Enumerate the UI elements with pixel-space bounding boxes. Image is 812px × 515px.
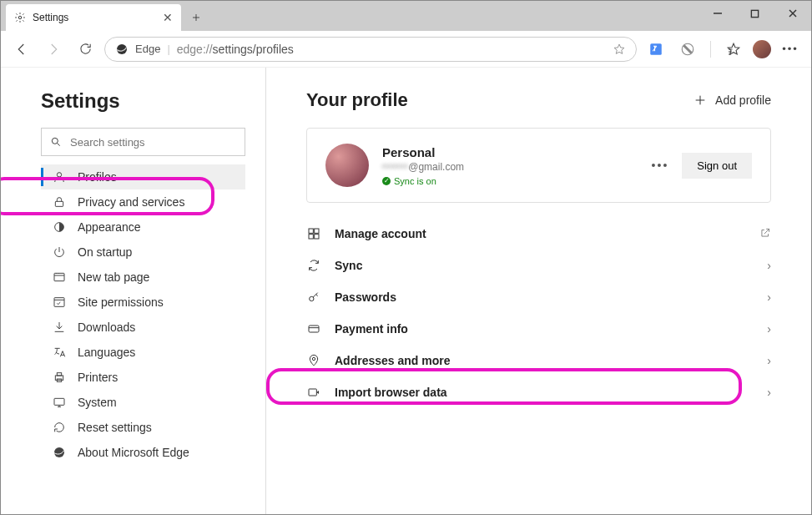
translate-extension-icon[interactable] xyxy=(643,37,668,62)
close-window-button[interactable] xyxy=(774,1,811,26)
import-icon xyxy=(306,386,321,399)
download-icon xyxy=(53,321,66,334)
profile-card: Personal ••••••@gmail.com ✓Sync is on ••… xyxy=(306,128,771,203)
new-tab-button[interactable] xyxy=(184,6,208,29)
item-import-browser-data[interactable]: Import browser data › xyxy=(306,376,771,408)
svg-rect-21 xyxy=(309,326,319,332)
appearance-icon xyxy=(53,220,66,234)
svg-point-6 xyxy=(57,173,61,177)
plus-icon xyxy=(191,13,201,23)
add-profile-button[interactable]: Add profile xyxy=(693,93,771,107)
favorites-button[interactable] xyxy=(721,37,746,62)
item-manage-account[interactable]: Manage account xyxy=(306,218,771,250)
extension-icon[interactable] xyxy=(675,37,700,62)
permissions-icon xyxy=(53,295,66,309)
address-bar[interactable]: Edge | edge://settings/profiles xyxy=(104,37,637,62)
maximize-button[interactable] xyxy=(736,1,774,26)
chevron-right-icon: › xyxy=(767,290,771,304)
nav-languages[interactable]: Languages xyxy=(41,340,245,365)
nav-newtab[interactable]: New tab page xyxy=(41,265,245,290)
svg-rect-17 xyxy=(315,229,319,233)
window-controls xyxy=(699,1,811,26)
chevron-right-icon: › xyxy=(767,259,771,272)
svg-rect-11 xyxy=(55,376,63,380)
edge-icon xyxy=(115,43,129,56)
svg-rect-19 xyxy=(315,235,319,239)
profile-avatar xyxy=(325,144,369,187)
nav-reset[interactable]: Reset settings xyxy=(41,415,245,440)
item-addresses[interactable]: Addresses and more › xyxy=(306,345,771,376)
edge-icon xyxy=(53,446,66,459)
profile-avatar-button[interactable] xyxy=(753,40,771,58)
profile-more-button[interactable]: ••• xyxy=(652,159,669,172)
profile-email: ••••••@gmail.com xyxy=(382,161,638,173)
grid-icon xyxy=(306,227,321,240)
item-passwords[interactable]: Passwords › xyxy=(306,281,771,313)
url-text: edge://settings/profiles xyxy=(177,43,606,56)
svg-point-22 xyxy=(312,357,315,360)
gear-icon xyxy=(14,12,26,23)
svg-rect-12 xyxy=(57,373,61,376)
title-bar: Settings ✕ xyxy=(1,1,811,31)
svg-rect-9 xyxy=(54,273,64,280)
svg-rect-16 xyxy=(309,229,313,233)
svg-rect-7 xyxy=(55,201,63,206)
nav-system[interactable]: System xyxy=(41,390,245,415)
settings-nav: Profiles Privacy and services Appearance… xyxy=(41,164,245,465)
printer-icon xyxy=(53,371,66,384)
svg-rect-14 xyxy=(54,398,64,405)
nav-downloads[interactable]: Downloads xyxy=(41,315,245,340)
chevron-right-icon: › xyxy=(767,354,771,367)
nav-startup[interactable]: On startup xyxy=(41,240,245,265)
sync-status: ✓Sync is on xyxy=(382,176,638,186)
search-settings-box[interactable] xyxy=(41,128,245,156)
nav-sitepermissions[interactable]: Site permissions xyxy=(41,290,245,315)
more-menu-button[interactable]: ••• xyxy=(778,37,803,62)
back-button[interactable] xyxy=(9,37,34,62)
settings-content: Your profile Add profile Personal ••••••… xyxy=(266,68,811,514)
svg-rect-18 xyxy=(309,235,313,239)
lock-icon xyxy=(53,195,66,209)
svg-rect-10 xyxy=(54,298,64,307)
system-icon xyxy=(53,396,66,409)
svg-rect-1 xyxy=(751,10,758,17)
minimize-button[interactable] xyxy=(699,1,736,26)
nav-printers[interactable]: Printers xyxy=(41,365,245,390)
tab-title: Settings xyxy=(33,12,156,23)
svg-point-0 xyxy=(18,16,22,19)
search-input[interactable] xyxy=(70,136,236,149)
forward-button[interactable] xyxy=(41,37,66,62)
nav-appearance[interactable]: Appearance xyxy=(41,215,245,240)
person-icon xyxy=(53,170,66,184)
browser-toolbar: Edge | edge://settings/profiles ••• xyxy=(1,31,811,68)
refresh-button[interactable] xyxy=(73,37,98,62)
item-sync[interactable]: Sync › xyxy=(306,250,771,281)
profile-name: Personal xyxy=(382,145,638,159)
page-heading: Your profile xyxy=(306,89,693,111)
newtab-icon xyxy=(53,270,66,284)
plus-icon xyxy=(693,93,707,107)
key-icon xyxy=(306,290,321,304)
favorite-icon[interactable] xyxy=(613,43,626,56)
settings-sidebar: Settings Profiles Privacy and services A… xyxy=(1,68,266,514)
item-payment[interactable]: Payment info › xyxy=(306,313,771,345)
browser-tab[interactable]: Settings ✕ xyxy=(6,4,181,31)
url-prefix: Edge xyxy=(135,43,160,55)
nav-profiles[interactable]: Profiles xyxy=(41,164,245,189)
search-icon xyxy=(50,136,62,148)
svg-point-20 xyxy=(310,296,314,300)
sign-out-button[interactable]: Sign out xyxy=(682,153,752,179)
external-link-icon xyxy=(759,227,771,241)
svg-rect-3 xyxy=(650,43,662,55)
svg-point-5 xyxy=(52,138,58,144)
sync-icon xyxy=(306,259,321,272)
chevron-right-icon: › xyxy=(767,322,771,336)
chevron-right-icon: › xyxy=(767,386,771,399)
location-icon xyxy=(306,354,321,367)
check-icon: ✓ xyxy=(382,177,391,185)
reset-icon xyxy=(53,421,66,434)
tab-close-icon[interactable]: ✕ xyxy=(163,11,173,24)
card-icon xyxy=(306,322,321,336)
nav-about[interactable]: About Microsoft Edge xyxy=(41,440,245,465)
nav-privacy[interactable]: Privacy and services xyxy=(41,189,245,215)
